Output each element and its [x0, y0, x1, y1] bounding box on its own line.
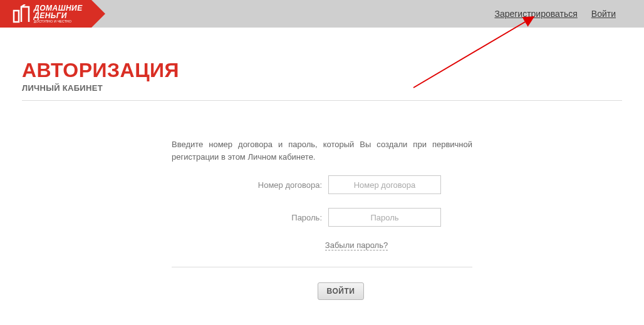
logo-line2: ДЕНЬГИ: [34, 12, 83, 19]
submit-button[interactable]: ВОЙТИ: [318, 282, 365, 300]
page-title: АВТОРИЗАЦИЯ: [22, 59, 622, 82]
password-input[interactable]: [328, 208, 441, 227]
login-form: Введите номер договора и пароль, который…: [172, 138, 472, 300]
forgot-password-link[interactable]: Забыли пароль?: [325, 240, 388, 250]
title-divider: [22, 100, 622, 101]
contract-input[interactable]: [328, 175, 441, 194]
logo[interactable]: ДОМАШНИЕ ДЕНЬГИ ДОСТУПНО И ЧЕСТНО: [0, 0, 91, 28]
contract-row: Номер договора:: [172, 175, 472, 194]
form-divider: [172, 267, 472, 267]
password-label: Пароль:: [203, 213, 322, 222]
forgot-row: Забыли пароль?: [172, 240, 472, 250]
logo-icon: [13, 4, 30, 23]
logo-tagline: ДОСТУПНО И ЧЕСТНО: [34, 20, 83, 23]
content-area: АВТОРИЗАЦИЯ ЛИЧНЫЙ КАБИНЕТ Введите номер…: [0, 28, 644, 300]
login-link[interactable]: Войти: [591, 9, 616, 19]
contract-label: Номер договора:: [203, 180, 322, 190]
register-link[interactable]: Зарегистрироваться: [494, 9, 577, 19]
nav-links: Зарегистрироваться Войти: [494, 9, 616, 19]
page-subtitle: ЛИЧНЫЙ КАБИНЕТ: [22, 83, 622, 93]
form-instruction: Введите номер договора и пароль, который…: [172, 138, 472, 163]
submit-row: ВОЙТИ: [172, 282, 472, 300]
header-bar: ДОМАШНИЕ ДЕНЬГИ ДОСТУПНО И ЧЕСТНО Зареги…: [0, 0, 644, 28]
password-row: Пароль:: [172, 208, 472, 227]
